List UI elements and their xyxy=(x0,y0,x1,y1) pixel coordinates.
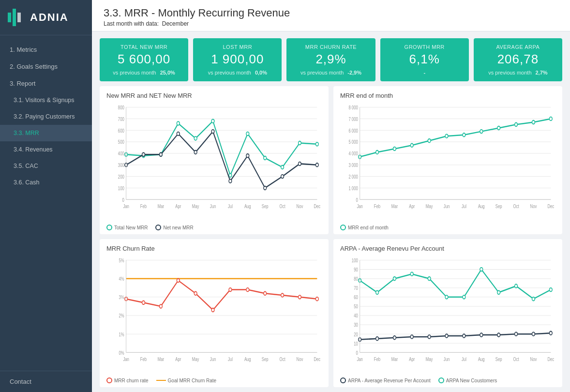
kpi-value-0: 5 600,00 xyxy=(106,52,181,67)
svg-text:Nov: Nov xyxy=(530,357,537,362)
kpi-compare-0: vs previous month 25,0% xyxy=(106,70,181,75)
chart-arpa: ARPA - Average Renevu Per Account 010203… xyxy=(333,239,562,387)
kpi-label-4: Average ARPA xyxy=(480,44,555,50)
svg-point-91 xyxy=(393,147,396,151)
kpi-arpa: Average ARPA 206,78 vs previous month 2,… xyxy=(474,38,562,81)
svg-point-42 xyxy=(281,166,284,169)
svg-point-100 xyxy=(549,117,552,121)
svg-text:Jul: Jul xyxy=(228,204,233,209)
svg-point-96 xyxy=(480,130,483,134)
svg-text:1 000: 1 000 xyxy=(348,186,358,191)
svg-point-46 xyxy=(142,153,145,157)
svg-mrr-end: 01 0002 0003 0004 0005 0006 0007 0008 00… xyxy=(340,101,555,223)
svg-text:80: 80 xyxy=(354,276,358,282)
chart-mrr-end-legend: MRR end of month xyxy=(340,225,555,230)
svg-text:Jan: Jan xyxy=(357,204,362,209)
svg-text:Feb: Feb xyxy=(140,357,147,362)
legend-dot-arpa-new xyxy=(438,377,444,383)
svg-text:Jul: Jul xyxy=(228,357,233,362)
kpi-compare-3: - xyxy=(387,70,462,75)
svg-point-196 xyxy=(497,333,500,337)
svg-point-137 xyxy=(281,293,284,297)
svg-text:Jun: Jun xyxy=(444,204,450,209)
kpi-value-2: 2,9% xyxy=(293,52,368,67)
svg-text:3 000: 3 000 xyxy=(348,163,358,168)
chart-arpa-area: 0102030405060708090100JanFebMarAprMayJun… xyxy=(340,254,555,376)
svg-point-37 xyxy=(194,136,197,140)
kpi-label-2: MRR churn rate xyxy=(293,44,368,50)
kpi-value-1: 1 900,00 xyxy=(200,52,275,67)
svg-text:40: 40 xyxy=(354,313,358,318)
legend-arpa-avg: ARPA - Average Revenue Per Account xyxy=(340,377,431,383)
svg-text:500: 500 xyxy=(118,140,124,145)
svg-text:2 000: 2 000 xyxy=(348,174,358,180)
sidebar-item-report[interactable]: 3. Report xyxy=(0,75,92,92)
sidebar-item-visitors[interactable]: 3.1. Visitors & Signups xyxy=(0,92,92,108)
svg-point-191 xyxy=(410,335,413,339)
svg-text:800: 800 xyxy=(118,105,124,110)
svg-text:Dec: Dec xyxy=(314,357,320,362)
sidebar-item-goals[interactable]: 2. Goals Settings xyxy=(0,58,92,75)
svg-text:20: 20 xyxy=(354,332,358,337)
svg-text:400: 400 xyxy=(118,151,124,156)
sidebar-item-mrr[interactable]: 3.3. MRR xyxy=(0,125,92,141)
svg-text:Jun: Jun xyxy=(444,357,450,362)
adnia-logo-icon xyxy=(8,9,25,26)
charts-grid: New MRR and NET New MRR 0100200300400500… xyxy=(92,86,570,392)
sidebar-nav: 1. Metrics 2. Goals Settings 3. Report 3… xyxy=(0,35,92,371)
svg-point-48 xyxy=(177,132,180,136)
svg-text:Jan: Jan xyxy=(123,204,129,209)
page-subtitle: Last month with data: December xyxy=(104,20,558,27)
legend-line-goal xyxy=(156,380,166,381)
sidebar-item-metrics[interactable]: 1. Metrics xyxy=(0,41,92,58)
svg-text:8 000: 8 000 xyxy=(348,105,358,110)
sidebar-item-cac[interactable]: 3.5. CAC xyxy=(0,158,92,174)
svg-point-53 xyxy=(264,186,267,190)
sidebar-contact[interactable]: Contact xyxy=(0,371,92,392)
svg-point-189 xyxy=(376,337,379,341)
svg-text:300: 300 xyxy=(118,163,124,168)
svg-text:100: 100 xyxy=(352,258,358,263)
svg-text:90: 90 xyxy=(354,267,358,272)
svg-text:2%: 2% xyxy=(119,313,124,318)
subtitle-prefix: Last month with data: xyxy=(104,20,159,27)
svg-point-56 xyxy=(315,163,318,167)
svg-point-194 xyxy=(463,334,465,338)
svg-point-44 xyxy=(315,142,318,146)
svg-point-136 xyxy=(264,291,267,295)
svg-point-197 xyxy=(515,332,518,336)
svg-text:Aug: Aug xyxy=(478,357,485,362)
svg-point-193 xyxy=(445,334,448,338)
svg-point-43 xyxy=(299,141,301,145)
svg-point-177 xyxy=(376,291,379,295)
svg-text:700: 700 xyxy=(118,117,124,122)
svg-text:Aug: Aug xyxy=(244,204,251,209)
svg-point-54 xyxy=(281,175,284,179)
sidebar-item-cash[interactable]: 3.6. Cash xyxy=(0,174,92,191)
sidebar-item-paying[interactable]: 3.2. Paying Customers xyxy=(0,108,92,125)
svg-point-199 xyxy=(549,331,552,335)
svg-text:Aug: Aug xyxy=(478,204,485,209)
legend-dot-dark xyxy=(155,225,161,230)
svg-text:Jun: Jun xyxy=(210,204,216,209)
svg-rect-0 xyxy=(8,13,11,22)
svg-point-181 xyxy=(445,295,448,299)
svg-text:May: May xyxy=(426,204,433,209)
svg-point-94 xyxy=(445,134,448,138)
kpi-label-1: Lost MRR xyxy=(200,44,275,50)
svg-point-182 xyxy=(463,295,465,299)
sidebar-item-revenues[interactable]: 3.4. Revenues xyxy=(0,141,92,158)
svg-text:Apr: Apr xyxy=(409,204,415,209)
legend-label-arpa-avg: ARPA - Average Revenue Per Account xyxy=(348,378,431,383)
svg-rect-1 xyxy=(13,9,16,26)
svg-text:1%: 1% xyxy=(119,332,124,337)
svg-text:Jan: Jan xyxy=(357,357,362,362)
svg-text:Feb: Feb xyxy=(140,204,147,209)
kpi-label-3: Growth MRR xyxy=(387,44,462,50)
chart-mrr-end-area: 01 0002 0003 0004 0005 0006 0007 0008 00… xyxy=(340,101,555,223)
legend-mrr-end: MRR end of month xyxy=(340,225,389,230)
kpi-value-4: 206,78 xyxy=(480,52,555,67)
svg-text:Sep: Sep xyxy=(495,204,502,209)
svg-point-195 xyxy=(480,333,483,337)
svg-rect-2 xyxy=(17,13,21,22)
